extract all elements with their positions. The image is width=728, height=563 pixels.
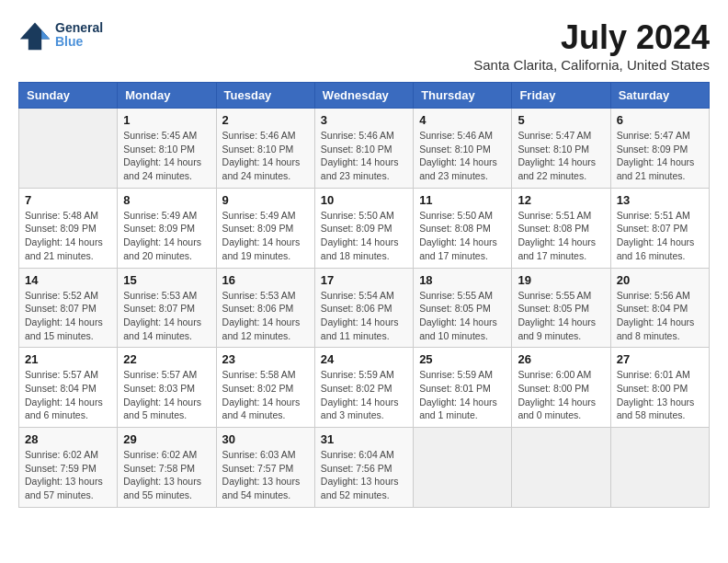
weekday-header-sunday: Sunday	[19, 83, 118, 109]
weekday-header-tuesday: Tuesday	[216, 83, 314, 109]
calendar-cell: 27Sunrise: 6:01 AM Sunset: 8:00 PM Dayli…	[610, 348, 709, 428]
weekday-header-wednesday: Wednesday	[314, 83, 413, 109]
day-number: 12	[518, 193, 604, 207]
day-number: 4	[419, 113, 506, 127]
calendar-cell	[610, 428, 709, 508]
day-number: 13	[617, 193, 703, 207]
day-info: Sunrise: 5:55 AM Sunset: 8:05 PM Dayligh…	[518, 289, 604, 343]
logo-text: General Blue	[55, 21, 103, 50]
day-number: 29	[123, 432, 210, 446]
day-info: Sunrise: 5:54 AM Sunset: 8:06 PM Dayligh…	[321, 289, 407, 343]
calendar-cell: 8Sunrise: 5:49 AM Sunset: 8:09 PM Daylig…	[118, 188, 216, 268]
day-number: 3	[321, 113, 407, 127]
day-info: Sunrise: 6:04 AM Sunset: 7:56 PM Dayligh…	[321, 448, 407, 502]
calendar-cell: 10Sunrise: 5:50 AM Sunset: 8:09 PM Dayli…	[314, 188, 413, 268]
day-info: Sunrise: 5:55 AM Sunset: 8:05 PM Dayligh…	[419, 289, 506, 343]
calendar-cell: 19Sunrise: 5:55 AM Sunset: 8:05 PM Dayli…	[512, 268, 610, 348]
calendar-cell	[512, 428, 610, 508]
day-number: 1	[123, 113, 210, 127]
calendar-cell: 2Sunrise: 5:46 AM Sunset: 8:10 PM Daylig…	[216, 109, 314, 189]
calendar-cell: 6Sunrise: 5:47 AM Sunset: 8:09 PM Daylig…	[610, 109, 709, 189]
week-row-3: 14Sunrise: 5:52 AM Sunset: 8:07 PM Dayli…	[19, 268, 710, 348]
logo-icon	[18, 18, 51, 52]
day-info: Sunrise: 6:02 AM Sunset: 7:58 PM Dayligh…	[123, 448, 210, 502]
week-row-2: 7Sunrise: 5:48 AM Sunset: 8:09 PM Daylig…	[19, 188, 710, 268]
calendar: SundayMondayTuesdayWednesdayThursdayFrid…	[18, 82, 710, 508]
day-number: 8	[123, 193, 210, 207]
calendar-cell: 17Sunrise: 5:54 AM Sunset: 8:06 PM Dayli…	[314, 268, 413, 348]
calendar-cell: 7Sunrise: 5:48 AM Sunset: 8:09 PM Daylig…	[19, 188, 118, 268]
day-info: Sunrise: 5:46 AM Sunset: 8:10 PM Dayligh…	[222, 129, 309, 183]
day-number: 25	[419, 352, 506, 366]
title-area: July 2024 Santa Clarita, California, Uni…	[473, 18, 710, 73]
day-number: 10	[321, 193, 407, 207]
calendar-cell: 15Sunrise: 5:53 AM Sunset: 8:07 PM Dayli…	[118, 268, 216, 348]
calendar-cell: 22Sunrise: 5:57 AM Sunset: 8:03 PM Dayli…	[118, 348, 216, 428]
day-number: 19	[518, 273, 604, 287]
week-row-4: 21Sunrise: 5:57 AM Sunset: 8:04 PM Dayli…	[19, 348, 710, 428]
logo-line2: Blue	[55, 35, 103, 49]
day-number: 9	[222, 193, 309, 207]
calendar-cell: 25Sunrise: 5:59 AM Sunset: 8:01 PM Dayli…	[414, 348, 512, 428]
day-number: 26	[518, 352, 604, 366]
day-info: Sunrise: 5:46 AM Sunset: 8:10 PM Dayligh…	[419, 129, 506, 183]
calendar-cell: 18Sunrise: 5:55 AM Sunset: 8:05 PM Dayli…	[414, 268, 512, 348]
day-number: 27	[617, 352, 703, 366]
day-number: 14	[25, 273, 111, 287]
day-number: 11	[419, 193, 506, 207]
day-info: Sunrise: 5:52 AM Sunset: 8:07 PM Dayligh…	[25, 289, 111, 343]
calendar-cell: 5Sunrise: 5:47 AM Sunset: 8:10 PM Daylig…	[512, 109, 610, 189]
day-info: Sunrise: 5:58 AM Sunset: 8:02 PM Dayligh…	[222, 368, 309, 422]
calendar-cell: 1Sunrise: 5:45 AM Sunset: 8:10 PM Daylig…	[118, 109, 216, 189]
day-info: Sunrise: 5:50 AM Sunset: 8:09 PM Dayligh…	[321, 209, 407, 263]
day-number: 21	[25, 352, 111, 366]
day-info: Sunrise: 5:59 AM Sunset: 8:02 PM Dayligh…	[321, 368, 407, 422]
calendar-cell: 14Sunrise: 5:52 AM Sunset: 8:07 PM Dayli…	[19, 268, 118, 348]
day-info: Sunrise: 5:59 AM Sunset: 8:01 PM Dayligh…	[419, 368, 506, 422]
calendar-cell: 13Sunrise: 5:51 AM Sunset: 8:07 PM Dayli…	[610, 188, 709, 268]
day-number: 5	[518, 113, 604, 127]
day-info: Sunrise: 5:48 AM Sunset: 8:09 PM Dayligh…	[25, 209, 111, 263]
day-info: Sunrise: 6:00 AM Sunset: 8:00 PM Dayligh…	[518, 368, 604, 422]
day-info: Sunrise: 5:51 AM Sunset: 8:07 PM Dayligh…	[617, 209, 703, 263]
day-info: Sunrise: 5:56 AM Sunset: 8:04 PM Dayligh…	[617, 289, 703, 343]
day-number: 16	[222, 273, 309, 287]
day-info: Sunrise: 5:49 AM Sunset: 8:09 PM Dayligh…	[222, 209, 309, 263]
calendar-cell: 16Sunrise: 5:53 AM Sunset: 8:06 PM Dayli…	[216, 268, 314, 348]
logo: General Blue	[18, 18, 103, 52]
day-number: 31	[321, 432, 407, 446]
calendar-cell: 3Sunrise: 5:46 AM Sunset: 8:10 PM Daylig…	[314, 109, 413, 189]
header: General Blue July 2024 Santa Clarita, Ca…	[18, 18, 710, 73]
day-info: Sunrise: 5:51 AM Sunset: 8:08 PM Dayligh…	[518, 209, 604, 263]
calendar-cell: 29Sunrise: 6:02 AM Sunset: 7:58 PM Dayli…	[118, 428, 216, 508]
day-info: Sunrise: 5:47 AM Sunset: 8:10 PM Dayligh…	[518, 129, 604, 183]
day-number: 24	[321, 352, 407, 366]
day-info: Sunrise: 6:03 AM Sunset: 7:57 PM Dayligh…	[222, 448, 309, 502]
day-number: 17	[321, 273, 407, 287]
weekday-header-saturday: Saturday	[610, 83, 709, 109]
day-number: 23	[222, 352, 309, 366]
day-number: 15	[123, 273, 210, 287]
day-info: Sunrise: 5:45 AM Sunset: 8:10 PM Dayligh…	[123, 129, 210, 183]
calendar-cell: 11Sunrise: 5:50 AM Sunset: 8:08 PM Dayli…	[414, 188, 512, 268]
day-number: 7	[25, 193, 111, 207]
calendar-cell: 23Sunrise: 5:58 AM Sunset: 8:02 PM Dayli…	[216, 348, 314, 428]
day-number: 30	[222, 432, 309, 446]
day-number: 2	[222, 113, 309, 127]
day-info: Sunrise: 5:53 AM Sunset: 8:07 PM Dayligh…	[123, 289, 210, 343]
calendar-cell: 30Sunrise: 6:03 AM Sunset: 7:57 PM Dayli…	[216, 428, 314, 508]
calendar-cell: 24Sunrise: 5:59 AM Sunset: 8:02 PM Dayli…	[314, 348, 413, 428]
weekday-header-friday: Friday	[512, 83, 610, 109]
week-row-1: 1Sunrise: 5:45 AM Sunset: 8:10 PM Daylig…	[19, 109, 710, 189]
day-number: 18	[419, 273, 506, 287]
day-info: Sunrise: 5:53 AM Sunset: 8:06 PM Dayligh…	[222, 289, 309, 343]
day-number: 20	[617, 273, 703, 287]
calendar-cell: 20Sunrise: 5:56 AM Sunset: 8:04 PM Dayli…	[610, 268, 709, 348]
week-row-5: 28Sunrise: 6:02 AM Sunset: 7:59 PM Dayli…	[19, 428, 710, 508]
day-number: 28	[25, 432, 111, 446]
calendar-cell	[19, 109, 118, 189]
month-title: July 2024	[473, 18, 710, 57]
day-info: Sunrise: 5:49 AM Sunset: 8:09 PM Dayligh…	[123, 209, 210, 263]
calendar-cell: 28Sunrise: 6:02 AM Sunset: 7:59 PM Dayli…	[19, 428, 118, 508]
day-info: Sunrise: 5:46 AM Sunset: 8:10 PM Dayligh…	[321, 129, 407, 183]
